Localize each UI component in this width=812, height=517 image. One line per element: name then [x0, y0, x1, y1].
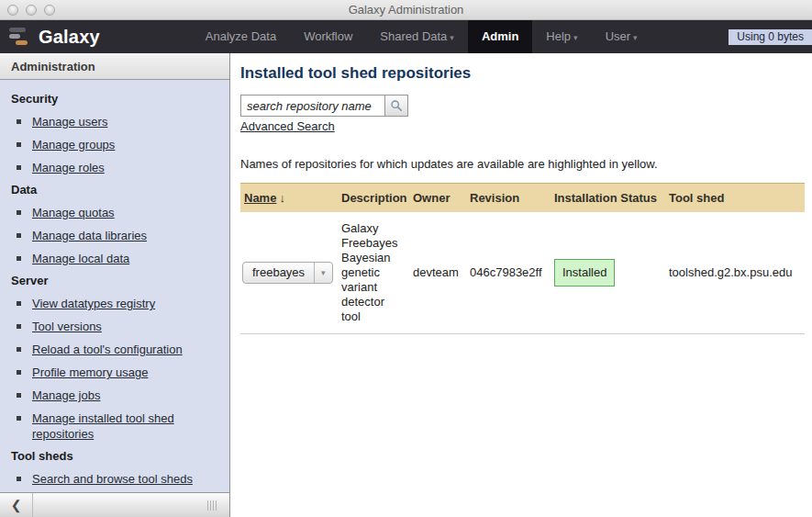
collapse-sidebar-button[interactable]: ❮ [0, 493, 33, 517]
list-item: Manage installed tool shed repositories [11, 410, 220, 442]
sidebar-item-tool-versions[interactable]: Tool versions [32, 319, 102, 334]
search-input[interactable] [240, 95, 385, 117]
content-area: Administration Security Manage users Man… [0, 53, 812, 517]
cell-tool-shed: toolshed.g2.bx.psu.edu [667, 212, 805, 334]
column-header-installation-status: Installation Status [552, 184, 667, 213]
chevron-down-icon: ▾ [450, 33, 454, 42]
admin-sidebar: Administration Security Manage users Man… [0, 53, 230, 517]
nav-item-admin[interactable]: Admin [468, 20, 532, 53]
sidebar-item-view-datatypes-registry[interactable]: View datatypes registry [32, 296, 155, 311]
window-title: Galaxy Administration [0, 3, 812, 17]
list-item: Manage users [11, 114, 220, 129]
bullet-icon [17, 256, 21, 261]
app-window: Galaxy Administration Galaxy Analyze Dat… [0, 0, 812, 517]
sidebar-item-manage-local-data[interactable]: Manage local data [32, 251, 129, 266]
sidebar-heading-tool-sheds: Tool sheds [11, 449, 220, 463]
column-header-tool-shed: Tool shed [667, 184, 805, 213]
bullet-icon [17, 477, 21, 481]
nav-item-shared-data[interactable]: Shared Data▾ [366, 20, 468, 53]
bullet-icon [17, 210, 21, 215]
cell-installation-status: Installed [552, 212, 667, 334]
chevron-down-icon: ▾ [314, 263, 332, 283]
sidebar-item-manage-roles[interactable]: Manage roles [32, 160, 105, 175]
sidebar-item-search-and-browse-tool-sheds[interactable]: Search and browse tool sheds [32, 471, 193, 487]
quota-meter[interactable]: Using 0 bytes [729, 29, 812, 45]
sort-desc-icon: ↓ [279, 191, 285, 205]
nav-item-help[interactable]: Help▾ [532, 20, 591, 53]
sidebar-heading-security: Security [11, 92, 220, 106]
list-item: Manage jobs [11, 388, 220, 403]
list-item: Manage quotas [11, 205, 220, 220]
page-title: Installed tool shed repositories [240, 64, 805, 83]
column-header-revision: Revision [468, 184, 552, 213]
bullet-icon [17, 416, 21, 421]
cell-name: freebayes ▾ [240, 212, 339, 334]
sidebar-heading-data: Data [11, 183, 220, 197]
chevron-left-icon: ❮ [11, 498, 22, 512]
cell-owner: devteam [411, 212, 468, 334]
chevron-down-icon: ▾ [633, 33, 638, 42]
galaxy-logo-icon [7, 26, 31, 48]
status-badge: Installed [554, 259, 615, 287]
list-item: Manage data libraries [11, 228, 220, 243]
sidebar-item-manage-data-libraries[interactable]: Manage data libraries [32, 228, 147, 243]
bullet-icon [17, 301, 21, 306]
updates-note: Names of repositories for which updates … [240, 157, 805, 171]
bullet-icon [17, 393, 21, 398]
bullet-icon [17, 324, 21, 329]
sidebar-heading-server: Server [11, 274, 220, 287]
brand[interactable]: Galaxy [7, 26, 100, 48]
list-item: Manage local data [11, 251, 220, 266]
bullet-icon [17, 233, 21, 238]
list-item: Tool versions [11, 319, 220, 334]
brand-title: Galaxy [39, 27, 100, 48]
advanced-search-link[interactable]: Advanced Search [240, 119, 335, 133]
cell-revision: 046c7983e2ff [468, 212, 552, 334]
column-header-name: Name↓ [240, 184, 339, 213]
table-header-row: Name↓ Description Owner Revision Install… [240, 184, 805, 213]
nav-item-analyze-data[interactable]: Analyze Data [192, 20, 290, 53]
list-item: View datatypes registry [11, 296, 220, 311]
sidebar-item-manage-users[interactable]: Manage users [32, 114, 107, 129]
search-bar [240, 95, 805, 117]
repository-name-button[interactable]: freebayes ▾ [242, 262, 333, 284]
search-icon [390, 99, 403, 112]
sidebar-item-reload-tool-configuration[interactable]: Reload a tool's configuration [32, 342, 183, 357]
nav-item-workflow[interactable]: Workflow [290, 20, 366, 53]
masthead: Galaxy Analyze Data Workflow Shared Data… [0, 20, 812, 53]
sidebar-item-manage-jobs[interactable]: Manage jobs [32, 388, 100, 403]
list-item: Manage groups [11, 137, 220, 152]
cell-description: Galaxy Freebayes Bayesian genetic varian… [339, 212, 411, 334]
list-item: Search and browse tool sheds [11, 471, 220, 487]
repositories-table: Name↓ Description Owner Revision Install… [240, 183, 805, 334]
chevron-down-icon: ▾ [573, 33, 578, 42]
sidebar-item-manage-installed-tool-shed-repositories[interactable]: Manage installed tool shed repositories [32, 410, 220, 442]
bullet-icon [17, 370, 21, 375]
column-header-description: Description [339, 184, 411, 213]
sort-by-name-link[interactable]: Name [244, 191, 276, 205]
column-header-owner: Owner [411, 184, 468, 213]
sidebar-item-manage-quotas[interactable]: Manage quotas [32, 205, 115, 220]
nav-item-user[interactable]: User▾ [592, 20, 651, 53]
main-panel: Installed tool shed repositories Advance… [230, 53, 812, 517]
sidebar-title: Administration [0, 53, 229, 80]
list-item: Manage roles [11, 160, 220, 175]
sidebar-footer: ❮ [0, 492, 229, 517]
sidebar-item-manage-groups[interactable]: Manage groups [32, 137, 115, 152]
list-item: Reload a tool's configuration [11, 342, 220, 357]
bullet-icon [17, 347, 21, 352]
bullet-icon [17, 142, 21, 147]
sidebar-body: Security Manage users Manage groups Mana… [0, 80, 229, 492]
list-item: Profile memory usage [11, 365, 220, 380]
resize-grip-icon[interactable] [207, 500, 217, 511]
bullet-icon [17, 165, 21, 170]
bullet-icon [17, 119, 21, 124]
titlebar: Galaxy Administration [0, 0, 812, 20]
nav-menu: Analyze Data Workflow Shared Data▾ Admin… [192, 20, 651, 53]
table-row: freebayes ▾ Galaxy Freebayes Bayesian ge… [240, 212, 805, 334]
search-button[interactable] [385, 95, 408, 117]
sidebar-item-profile-memory-usage[interactable]: Profile memory usage [32, 365, 148, 380]
